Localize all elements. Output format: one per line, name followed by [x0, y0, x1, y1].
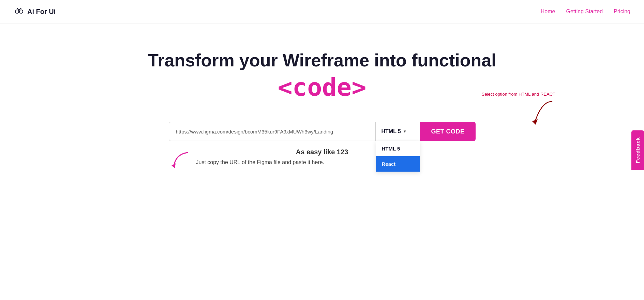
annotation: Select option from HTML and REACT [482, 92, 555, 125]
svg-line-2 [17, 8, 19, 10]
figma-url-input[interactable] [169, 122, 376, 141]
navbar: Ai For Ui Home Getting Started Pricing [0, 0, 644, 23]
framework-dropdown-wrapper: HTML 5 ▾ HTML 5 React [376, 122, 420, 141]
logo-icon [14, 6, 25, 17]
hero-section: Transform your Wireframe into functional… [0, 23, 644, 170]
annotation-text: Select option from HTML and REACT [482, 92, 555, 97]
svg-marker-4 [532, 119, 538, 125]
dropdown-option-html5[interactable]: HTML 5 [376, 141, 420, 156]
input-area: HTML 5 ▾ HTML 5 React GET CODE [169, 122, 476, 141]
svg-marker-5 [171, 163, 176, 168]
nav-link-getting-started[interactable]: Getting Started [566, 9, 603, 15]
dropdown-list: HTML 5 React [376, 141, 420, 172]
hero-code-text: <code> [278, 73, 366, 101]
feedback-tab[interactable]: Feedback [631, 130, 644, 170]
svg-line-3 [19, 8, 21, 10]
annotation-arrow-icon [521, 98, 555, 125]
logo[interactable]: Ai For Ui [14, 6, 56, 17]
dropdown-selected-value: HTML 5 [381, 128, 401, 135]
nav-links: Home Getting Started Pricing [541, 9, 630, 15]
svg-point-1 [19, 10, 23, 13]
get-code-button[interactable]: GET CODE [420, 122, 475, 141]
hero-title: Transform your Wireframe into functional [148, 51, 496, 70]
nav-link-home[interactable]: Home [541, 9, 555, 15]
nav-link-pricing[interactable]: Pricing [614, 9, 630, 15]
svg-point-0 [15, 10, 19, 13]
framework-dropdown[interactable]: HTML 5 ▾ [376, 122, 420, 141]
hint-arrow-icon [169, 149, 193, 170]
hint-text: Just copy the URL of the Figma file and … [196, 159, 325, 165]
footer-text: As easy like 123 [296, 148, 348, 156]
logo-text: Ai For Ui [27, 8, 56, 16]
dropdown-option-react[interactable]: React [376, 156, 420, 172]
chevron-down-icon: ▾ [404, 129, 406, 134]
